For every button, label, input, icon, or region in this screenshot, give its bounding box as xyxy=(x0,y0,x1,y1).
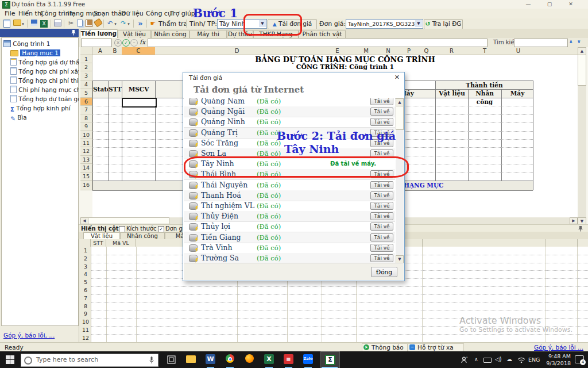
firefox-icon[interactable] xyxy=(245,354,254,364)
col-header-m[interactable]: M xyxy=(356,47,377,55)
print-preview-icon[interactable] xyxy=(53,20,62,28)
pin-icon[interactable] xyxy=(70,29,76,37)
onedrive-cloud-icon[interactable]: ☁ xyxy=(506,356,512,362)
v-scrollbar[interactable]: ▲ ▼ xyxy=(578,47,586,224)
open-folder-icon[interactable] xyxy=(13,20,21,28)
download-button[interactable]: Tải về xyxy=(370,98,393,105)
col-header-r[interactable]: R xyxy=(435,47,469,55)
accept-icon[interactable]: ✓ xyxy=(122,39,130,47)
clean-brush-icon[interactable] xyxy=(94,20,102,28)
scroll-left-icon[interactable]: ◀ xyxy=(80,217,88,224)
col-header-u[interactable]: U xyxy=(501,47,536,55)
col-header-p[interactable]: P xyxy=(400,47,418,55)
province-row[interactable]: Trường Sa (Đã có) Tải về xyxy=(184,253,395,263)
maximize-button[interactable]: ▢ xyxy=(540,0,559,9)
col-header-t[interactable]: T xyxy=(468,47,502,55)
download-button[interactable]: Tải về xyxy=(370,118,393,126)
zalo-icon[interactable]: Zalo xyxy=(303,354,313,364)
menu-item-cong-cu[interactable]: Công cụ xyxy=(146,10,172,17)
scroll-up-icon[interactable]: ▲ xyxy=(578,47,586,55)
download-button[interactable]: Tải về xyxy=(370,108,393,116)
bottom-row-header[interactable]: 7 xyxy=(80,294,91,303)
bottom-row-header[interactable]: 3 xyxy=(80,263,91,271)
formula-input[interactable] xyxy=(148,39,488,47)
file-explorer-icon[interactable] xyxy=(186,356,196,363)
cancel-icon[interactable]: ✕ xyxy=(114,39,122,47)
red-app-icon[interactable]: ▦ xyxy=(284,354,293,364)
menu-item-tro-giup[interactable]: Trợ giúp xyxy=(170,10,195,17)
status-feedback-link[interactable]: Góp ý, báo lỗi ... xyxy=(534,343,583,352)
bottom-row-header[interactable]: 2 xyxy=(80,255,91,263)
province-row[interactable]: Thanh Hoá (Đã có) Tải về xyxy=(184,190,395,201)
row-header[interactable]: 12 xyxy=(80,147,92,155)
unitprice-select[interactable]: TayNinh_2017KS_DG3232 ▼ xyxy=(346,19,423,29)
close-button[interactable]: ✕ xyxy=(561,0,581,9)
bottom-row-header[interactable]: 5 xyxy=(80,278,91,287)
undo-caret-icon[interactable]: ▾ xyxy=(113,20,118,28)
fill-handle[interactable] xyxy=(155,106,157,108)
status-remote-support[interactable]: − Hỗ trợ từ xa xyxy=(408,343,464,352)
tree-item-hang-muc[interactable]: Hạng mục 1 xyxy=(10,49,60,57)
people-icon[interactable]: ᴿ xyxy=(461,356,469,366)
bottom-row-header[interactable]: 4 xyxy=(80,270,91,279)
copy-icon[interactable] xyxy=(75,20,84,28)
h-scroll-thumb[interactable] xyxy=(88,217,169,224)
download-button[interactable]: Tải về xyxy=(370,202,393,210)
open-caret-icon[interactable]: ▾ xyxy=(21,20,25,28)
v-scroll-thumb[interactable] xyxy=(578,55,586,86)
col-header-q[interactable]: Q xyxy=(417,47,436,55)
sidebar-feedback-link[interactable]: Góp ý, báo lỗi, ... xyxy=(3,332,55,339)
province-row[interactable]: Thủy Điện (Đã có) Tải về xyxy=(184,211,395,222)
tree-root-cong-trinh[interactable]: Công trình 1 xyxy=(3,40,50,48)
col-header-d[interactable]: D xyxy=(155,47,319,55)
tab-nhan-cong[interactable]: Nhân công xyxy=(151,30,189,38)
col-header-c[interactable]: C xyxy=(122,47,156,55)
save-icon[interactable] xyxy=(30,20,38,28)
lookup-unitprice-button[interactable]: ↺ Tra lại ĐG xyxy=(424,19,463,29)
row-header[interactable]: 4 xyxy=(80,80,92,89)
row-header[interactable]: 8 xyxy=(80,114,92,122)
bottom-row-header[interactable]: 8 xyxy=(80,302,91,311)
province-row[interactable]: Quảng Ninh (Đã có) Tải về xyxy=(184,117,395,128)
cut-icon[interactable]: ✂ xyxy=(67,20,75,28)
tray-chevron-icon[interactable]: ∧ xyxy=(474,356,478,362)
bottom-row-header[interactable]: 1 xyxy=(80,247,91,255)
minimize-button[interactable]: — xyxy=(519,0,538,9)
row-header[interactable]: 16 xyxy=(80,181,92,190)
row-header[interactable]: 9 xyxy=(80,122,92,131)
col-header-b[interactable]: B xyxy=(108,47,122,55)
row-header[interactable]: 11 xyxy=(80,139,92,147)
search-next-icon[interactable]: ∨ xyxy=(577,39,581,44)
tab-vat-lieu[interactable]: Vật liệu xyxy=(118,30,151,38)
name-box[interactable] xyxy=(81,39,112,47)
scroll-down-icon[interactable]: ▼ xyxy=(396,255,404,263)
chrome-icon[interactable] xyxy=(225,354,235,364)
row-header[interactable]: 5 xyxy=(80,89,92,98)
taskbar-search[interactable]: Type here to search xyxy=(21,354,158,367)
bottom-row-header[interactable]: 6 xyxy=(80,286,91,295)
row-header[interactable]: 10 xyxy=(80,131,92,139)
download-button[interactable]: Tải về xyxy=(370,212,393,220)
fast-forward-icon[interactable]: » xyxy=(136,20,145,28)
tab-tien-luong[interactable]: Tiền lương xyxy=(80,29,118,39)
bottom-row-header[interactable]: 12 xyxy=(80,334,91,343)
col-header-e[interactable]: E xyxy=(319,47,357,55)
bottom-col-mavl[interactable]: Mã VL xyxy=(106,239,136,247)
col-header-n[interactable]: N xyxy=(376,47,401,55)
row-header[interactable]: 3 xyxy=(80,71,92,80)
eta-app-active[interactable]: Σ xyxy=(320,351,340,368)
task-view-icon[interactable] xyxy=(167,355,176,366)
mic-icon[interactable] xyxy=(149,356,154,366)
battery-icon[interactable] xyxy=(483,358,492,363)
menu-item-file[interactable]: File xyxy=(5,10,15,17)
download-button[interactable]: Tải về xyxy=(370,244,393,252)
pointing-hand-icon[interactable]: ☛ xyxy=(149,20,157,28)
start-button[interactable] xyxy=(6,355,14,366)
bottom-row-header[interactable]: 9 xyxy=(80,310,91,319)
paste-icon[interactable] xyxy=(84,20,93,28)
tree-item-kinh-phi[interactable]: Σ Tổng hợp kinh phí xyxy=(10,104,71,113)
clock-date[interactable]: 9/3/2018 xyxy=(542,360,571,366)
province-row[interactable]: Quảng Nam (Đã có) Tải về xyxy=(184,98,395,107)
bottom-col-stt[interactable]: STT xyxy=(91,239,106,247)
scroll-up-icon[interactable]: ▲ xyxy=(396,98,404,106)
